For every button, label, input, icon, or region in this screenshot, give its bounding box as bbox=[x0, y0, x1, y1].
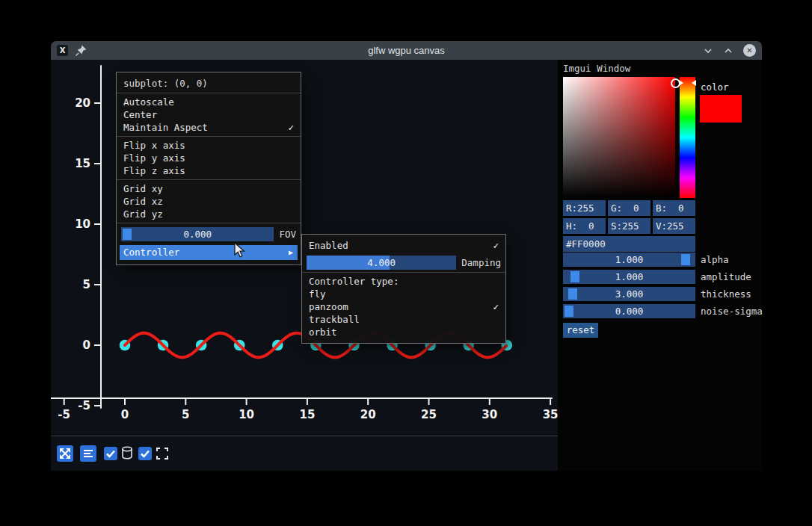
controller-type-header: Controller type: bbox=[302, 275, 505, 288]
close-icon[interactable]: ✕ bbox=[743, 44, 756, 57]
svg-text:20: 20 bbox=[360, 408, 376, 421]
color-field[interactable]: R:255 bbox=[563, 200, 606, 216]
enabled-label: Enabled bbox=[309, 240, 348, 251]
svg-text:10: 10 bbox=[239, 408, 254, 421]
saturation-value-picker[interactable] bbox=[563, 77, 675, 198]
context-menu-header: subplot: (0, 0) bbox=[117, 77, 301, 90]
svg-text:5: 5 bbox=[182, 408, 189, 421]
hex-input[interactable]: #FF0000 bbox=[563, 236, 695, 252]
menu-item-controller[interactable]: Controller ▶ bbox=[120, 245, 298, 260]
fov-label: FOV bbox=[279, 229, 296, 240]
hue-bar[interactable] bbox=[680, 77, 695, 198]
hue-marker-right-icon bbox=[692, 80, 696, 86]
toggle-checkbox-icon[interactable] bbox=[104, 447, 117, 460]
thickness-value: 3.000 bbox=[563, 287, 695, 301]
cylinder-icon[interactable] bbox=[121, 446, 133, 460]
alpha-label: alpha bbox=[701, 254, 729, 265]
thickness-slider[interactable]: 3.000 bbox=[563, 287, 695, 301]
controller-submenu: Enabled ✓ 4.000 Damping Controller type:… bbox=[301, 234, 506, 344]
window-titlebar[interactable]: X glfw wgpu canvas ✕ bbox=[51, 41, 762, 60]
hue-marker-left-icon bbox=[679, 80, 683, 86]
window-title: glfw wgpu canvas bbox=[51, 45, 762, 56]
alpha-slider[interactable]: 1.000 bbox=[563, 253, 695, 267]
noise-sigma-slider[interactable]: 0.000 bbox=[563, 304, 695, 318]
menu-item-label: orbit bbox=[309, 327, 337, 338]
menu-item-trackball[interactable]: trackball bbox=[302, 313, 505, 326]
menu-item-label: Grid xz bbox=[123, 196, 163, 207]
svg-text:30: 30 bbox=[482, 408, 497, 421]
noise-sigma-value: 0.000 bbox=[563, 304, 695, 318]
minimize-icon[interactable] bbox=[703, 46, 713, 56]
pan-move-icon[interactable] bbox=[57, 445, 73, 462]
color-field[interactable]: B: 0 bbox=[653, 200, 695, 216]
checkmark-icon: ✓ bbox=[288, 121, 294, 134]
menu-item-center[interactable]: Center bbox=[117, 108, 301, 121]
menu-item-grid-xy[interactable]: Grid xy bbox=[117, 182, 301, 195]
menu-item-flip-x-axis[interactable]: Flip x axis bbox=[117, 139, 301, 152]
svg-text:-5: -5 bbox=[78, 399, 90, 412]
menu-item-label: Grid xy bbox=[123, 183, 163, 194]
color-label: color bbox=[701, 81, 729, 93]
svg-text:20: 20 bbox=[75, 96, 90, 110]
menu-item-enabled[interactable]: Enabled ✓ bbox=[302, 239, 505, 252]
amplitude-value: 1.000 bbox=[563, 270, 695, 284]
separator bbox=[117, 136, 301, 137]
color-field[interactable]: H: 0 bbox=[563, 218, 606, 234]
menu-item-label: Flip x axis bbox=[123, 140, 185, 151]
svg-text:15: 15 bbox=[75, 157, 90, 170]
imgui-window: Imgui Window color R:255G: 0B: 0 H: 0S:2… bbox=[558, 60, 762, 471]
menu-item-label: trackball bbox=[309, 314, 360, 325]
menu-item-label: Flip y axis bbox=[123, 152, 185, 164]
hsv-fields-row: H: 0S:255V:255 bbox=[563, 218, 695, 234]
mouse-cursor-icon bbox=[234, 242, 246, 259]
checkmark-icon: ✓ bbox=[493, 300, 499, 313]
thickness-slider-row: 3.000thickness bbox=[563, 287, 751, 301]
menu-item-label: panzoom bbox=[309, 301, 348, 312]
imgui-window-title[interactable]: Imgui Window bbox=[563, 63, 630, 74]
color-field[interactable]: S:255 bbox=[608, 218, 650, 234]
fov-slider[interactable]: 0.000 bbox=[121, 227, 274, 241]
svg-text:35: 35 bbox=[543, 408, 558, 421]
rgb-fields-row: R:255G: 0B: 0 bbox=[563, 200, 695, 216]
thickness-label: thickness bbox=[701, 288, 751, 300]
svg-text:0: 0 bbox=[121, 408, 129, 421]
color-swatch[interactable] bbox=[700, 95, 742, 123]
menu-item-flip-y-axis[interactable]: Flip y axis bbox=[117, 152, 301, 164]
maximize-icon[interactable] bbox=[723, 46, 733, 56]
autoscale-icon[interactable] bbox=[80, 445, 96, 462]
separator bbox=[117, 93, 301, 93]
menu-item-label: Grid yz bbox=[123, 208, 163, 220]
damping-slider[interactable]: 4.000 bbox=[307, 256, 456, 270]
pin-icon[interactable] bbox=[75, 45, 87, 57]
fullscreen-icon[interactable] bbox=[156, 447, 169, 460]
toggle-checkbox-icon[interactable] bbox=[138, 447, 152, 460]
amplitude-slider-row: 1.000amplitude bbox=[563, 270, 751, 284]
menu-item-autoscale[interactable]: Autoscale bbox=[117, 96, 301, 108]
svg-text:25: 25 bbox=[421, 408, 437, 421]
noise-sigma-label: noise-sigma bbox=[701, 306, 763, 317]
menu-item-flip-z-axis[interactable]: Flip z axis bbox=[117, 164, 301, 177]
submenu-arrow-icon: ▶ bbox=[289, 245, 293, 260]
menu-item-maintain-aspect[interactable]: Maintain Aspect✓ bbox=[117, 121, 301, 134]
menu-item-panzoom[interactable]: panzoom✓ bbox=[302, 300, 505, 313]
menu-item-orbit[interactable]: orbit bbox=[302, 326, 505, 338]
menu-item-label: Center bbox=[123, 109, 157, 120]
separator bbox=[117, 179, 301, 180]
damping-label: Damping bbox=[461, 257, 501, 268]
separator bbox=[302, 272, 505, 273]
menu-item-fly[interactable]: fly bbox=[302, 288, 505, 300]
svg-text:15: 15 bbox=[299, 408, 315, 421]
menu-item-label: fly bbox=[309, 288, 326, 300]
reset-button[interactable]: reset bbox=[563, 323, 598, 338]
damping-value: 4.000 bbox=[307, 256, 456, 270]
color-field[interactable]: G: 0 bbox=[608, 200, 650, 216]
menu-item-grid-yz[interactable]: Grid yz bbox=[117, 208, 301, 220]
color-field[interactable]: V:255 bbox=[653, 218, 695, 234]
separator bbox=[117, 223, 301, 223]
controller-label: Controller bbox=[123, 247, 179, 258]
menu-item-grid-xz[interactable]: Grid xz bbox=[117, 195, 301, 208]
subplot-context-menu: subplot: (0, 0) AutoscaleCenterMaintain … bbox=[116, 72, 301, 265]
menu-item-label: Autoscale bbox=[123, 96, 174, 108]
plot-toolbar bbox=[51, 436, 558, 471]
amplitude-slider[interactable]: 1.000 bbox=[563, 270, 695, 284]
